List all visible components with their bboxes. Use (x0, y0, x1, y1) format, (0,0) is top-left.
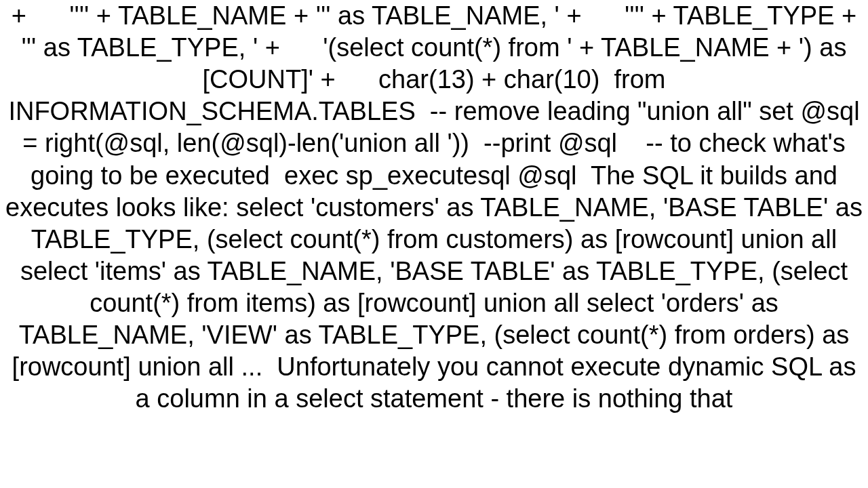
document-body: + '''' + TABLE_NAME + ''' as TABLE_NAME,… (0, 0, 868, 488)
body-text: + '''' + TABLE_NAME + ''' as TABLE_NAME,… (5, 0, 863, 415)
